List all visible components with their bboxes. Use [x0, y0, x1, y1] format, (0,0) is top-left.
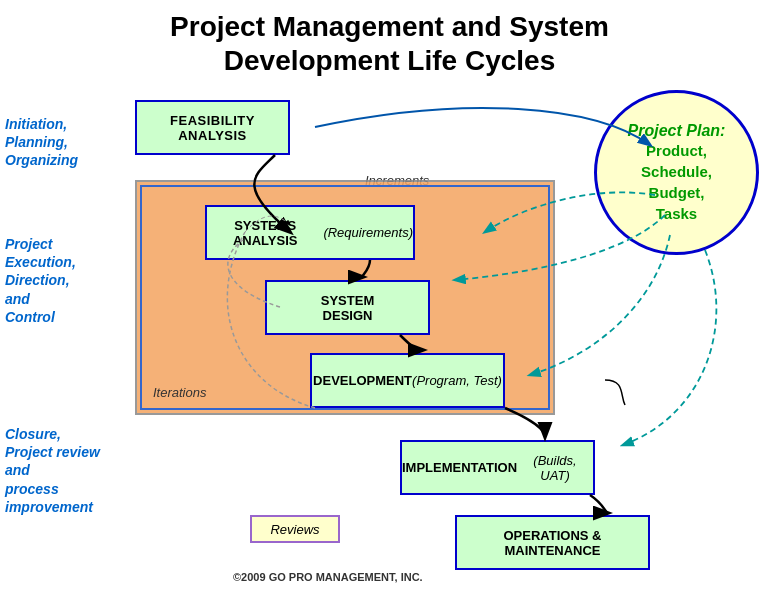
reviews-box: Reviews	[250, 515, 340, 543]
label-closure: Closure,Project review andprocess improv…	[5, 425, 125, 516]
project-plan-title: Project Plan:	[628, 121, 726, 140]
iterations-label: Iterations	[153, 385, 206, 400]
title-line1: Project Management and System	[20, 10, 759, 44]
system-design-box: SYSTEMDESIGN	[265, 280, 430, 335]
diagram-area: Initiation,Planning,Organizing ProjectEx…	[0, 85, 779, 591]
copyright: ©2009 GO PRO MANAGEMENT, INC.	[233, 571, 423, 583]
project-plan-circle: Project Plan: Product,Schedule,Budget,Ta…	[594, 90, 759, 255]
project-plan-items: Product,Schedule,Budget,Tasks	[641, 140, 712, 224]
systems-analysis-box: SYSTEMS ANALYSIS(Requirements)	[205, 205, 415, 260]
main-title: Project Management and System Developmen…	[0, 0, 779, 82]
implementation-box: IMPLEMENTATION(Builds, UAT)	[400, 440, 595, 495]
title-line2: Development Life Cycles	[20, 44, 759, 78]
label-execution: ProjectExecution,Direction,andControl	[5, 235, 110, 326]
content-area: Project Plan: Product,Schedule,Budget,Ta…	[115, 85, 779, 591]
label-initiation: Initiation,Planning,Organizing	[5, 115, 105, 170]
operations-box: OPERATIONS &MAINTENANCE	[455, 515, 650, 570]
development-box: DEVELOPMENT(Program, Test)	[310, 353, 505, 408]
feasibility-box: FEASIBILITYANALYSIS	[135, 100, 290, 155]
